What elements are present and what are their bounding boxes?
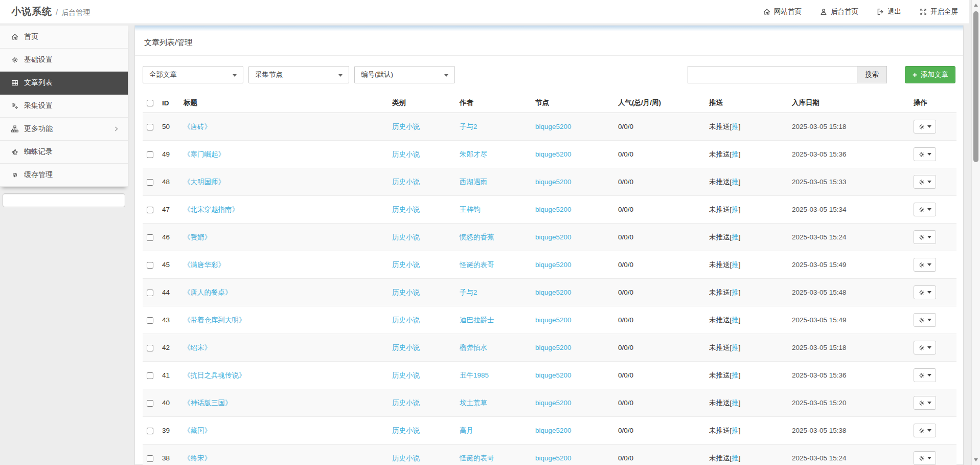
push-action-link[interactable]: 推 [732, 289, 739, 296]
sidebar-item-spider-records[interactable]: 蜘蛛记录 [0, 141, 128, 164]
select-all-checkbox[interactable] [147, 100, 153, 106]
row-actions-button[interactable] [914, 368, 936, 382]
nav-fullscreen-link[interactable]: 开启全屏 [920, 7, 958, 16]
article-author-link[interactable]: 王梓钧 [460, 206, 481, 213]
article-category-link[interactable]: 历史小说 [392, 316, 420, 324]
sidebar-item-home[interactable]: 首页 [0, 26, 128, 49]
article-node-link[interactable]: biquge5200 [535, 233, 572, 241]
sidebar-item-article-list[interactable]: 文章列表 [0, 72, 128, 95]
row-actions-button[interactable] [914, 258, 936, 272]
article-author-link[interactable]: 怪诞的表哥 [460, 454, 494, 462]
row-actions-button[interactable] [914, 175, 936, 189]
filter-collect-node-select[interactable]: 采集节点 [248, 66, 349, 83]
row-checkbox[interactable] [147, 290, 153, 296]
push-action-link[interactable]: 推 [732, 206, 739, 213]
push-action-link[interactable]: 推 [732, 344, 739, 351]
row-checkbox[interactable] [147, 234, 153, 241]
sidebar-item-collect-settings[interactable]: 采集设置 [0, 95, 128, 118]
article-category-link[interactable]: 历史小说 [392, 454, 420, 462]
row-checkbox[interactable] [147, 317, 153, 324]
article-category-link[interactable]: 历史小说 [392, 150, 420, 158]
push-action-link[interactable]: 推 [732, 371, 739, 379]
article-category-link[interactable]: 历史小说 [392, 399, 420, 407]
article-title-link[interactable]: 《唐砖》 [184, 123, 211, 130]
article-author-link[interactable]: 怪诞的表哥 [460, 261, 494, 269]
article-author-link[interactable]: 子与2 [460, 123, 477, 130]
article-node-link[interactable]: biquge5200 [535, 123, 572, 130]
article-title-link[interactable]: 《带着仓库到大明》 [184, 316, 246, 324]
push-action-link[interactable]: 推 [732, 150, 739, 158]
article-author-link[interactable]: 朱郎才尽 [460, 150, 487, 158]
article-title-link[interactable]: 《神话版三国》 [184, 399, 232, 407]
row-actions-button[interactable] [914, 396, 936, 410]
row-actions-button[interactable] [914, 203, 936, 216]
article-title-link[interactable]: 《抗日之兵魂传说》 [184, 371, 246, 379]
nav-admin-home-link[interactable]: 后台首页 [820, 7, 858, 16]
push-action-link[interactable]: 推 [732, 316, 739, 324]
article-author-link[interactable]: 榴弹怕水 [460, 344, 487, 351]
article-title-link[interactable]: 《大明国师》 [184, 178, 225, 186]
article-title-link[interactable]: 《满唐华彩》 [184, 261, 225, 269]
row-actions-button[interactable] [914, 451, 936, 465]
search-input[interactable] [688, 66, 857, 83]
sidebar-search-input[interactable] [3, 193, 125, 207]
row-actions-button[interactable] [914, 147, 936, 161]
push-action-link[interactable]: 推 [732, 261, 739, 269]
row-actions-button[interactable] [914, 285, 936, 299]
row-checkbox[interactable] [147, 262, 153, 269]
article-node-link[interactable]: biquge5200 [535, 150, 572, 158]
article-author-link[interactable]: 坟土荒草 [460, 399, 487, 407]
article-title-link[interactable]: 《绍宋》 [184, 344, 211, 351]
row-checkbox[interactable] [147, 455, 153, 462]
article-node-link[interactable]: biquge5200 [535, 261, 572, 269]
push-action-link[interactable]: 推 [732, 399, 739, 407]
row-actions-button[interactable] [914, 424, 936, 437]
article-node-link[interactable]: biquge5200 [535, 454, 572, 462]
search-button[interactable]: 搜索 [857, 66, 887, 83]
scrollbar-down-arrow-icon[interactable] [974, 458, 978, 461]
article-category-link[interactable]: 历史小说 [392, 289, 420, 296]
article-category-link[interactable]: 历史小说 [392, 233, 420, 241]
article-category-link[interactable]: 历史小说 [392, 261, 420, 269]
article-node-link[interactable]: biquge5200 [535, 399, 572, 407]
article-node-link[interactable]: biquge5200 [535, 316, 572, 324]
sidebar-item-basic-settings[interactable]: 基础设置 [0, 49, 128, 72]
row-checkbox[interactable] [147, 124, 153, 130]
row-checkbox[interactable] [147, 345, 153, 351]
article-author-link[interactable]: 丑牛1985 [460, 371, 489, 379]
article-category-link[interactable]: 历史小说 [392, 123, 420, 130]
row-actions-button[interactable] [914, 341, 936, 355]
vertical-scrollbar[interactable] [971, 0, 980, 465]
row-checkbox[interactable] [147, 207, 153, 213]
push-action-link[interactable]: 推 [732, 233, 739, 241]
nav-logout-link[interactable]: 退出 [877, 7, 901, 16]
row-checkbox[interactable] [147, 151, 153, 158]
article-category-link[interactable]: 历史小说 [392, 344, 420, 351]
article-title-link[interactable]: 《寒门崛起》 [184, 150, 225, 158]
sidebar-item-more-functions[interactable]: 更多功能 [0, 118, 128, 141]
article-author-link[interactable]: 西湖遇雨 [460, 178, 487, 186]
row-checkbox[interactable] [147, 372, 153, 379]
article-category-link[interactable]: 历史小说 [392, 178, 420, 186]
article-node-link[interactable]: biquge5200 [535, 371, 572, 379]
nav-site-home-link[interactable]: 网站首页 [763, 7, 802, 16]
push-action-link[interactable]: 推 [732, 123, 739, 130]
push-action-link[interactable]: 推 [732, 427, 739, 434]
article-author-link[interactable]: 子与2 [460, 289, 477, 296]
row-actions-button[interactable] [914, 120, 936, 134]
article-category-link[interactable]: 历史小说 [392, 371, 420, 379]
article-title-link[interactable]: 《藏国》 [184, 427, 211, 434]
add-article-button[interactable]: 添加文章 [905, 66, 955, 83]
article-author-link[interactable]: 高月 [460, 427, 473, 434]
article-title-link[interactable]: 《赘婿》 [184, 233, 211, 241]
article-node-link[interactable]: biquge5200 [535, 289, 572, 296]
row-actions-button[interactable] [914, 230, 936, 244]
scrollbar-up-arrow-icon[interactable] [974, 4, 978, 7]
row-checkbox[interactable] [147, 179, 153, 186]
article-node-link[interactable]: biquge5200 [535, 344, 572, 351]
push-action-link[interactable]: 推 [732, 178, 739, 186]
row-actions-button[interactable] [914, 313, 936, 327]
row-checkbox[interactable] [147, 400, 153, 407]
scrollbar-thumb[interactable] [973, 11, 978, 162]
article-category-link[interactable]: 历史小说 [392, 206, 420, 213]
